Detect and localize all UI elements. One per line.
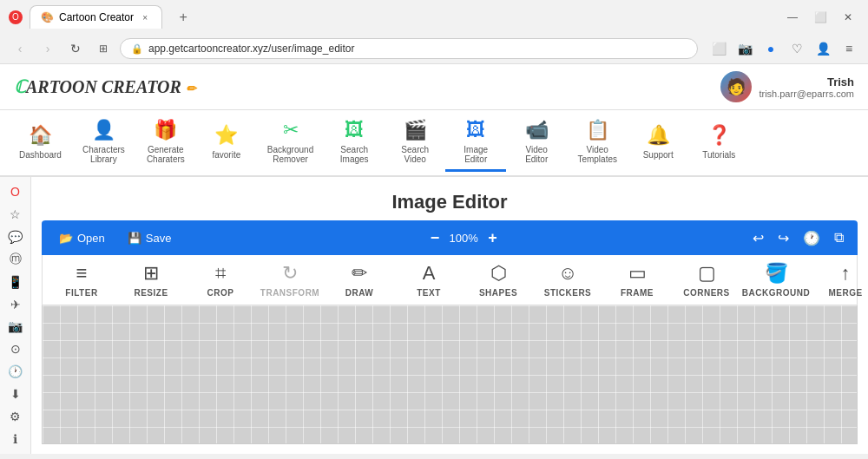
- tool-filter[interactable]: ≡ FILTER: [60, 262, 103, 298]
- nav-item-search-video[interactable]: 🎬 SearchVideo: [385, 114, 445, 172]
- info-icon[interactable]: ℹ: [3, 431, 28, 447]
- save-button[interactable]: 💾 Save: [121, 228, 179, 248]
- nav-item-tutorials[interactable]: ❓ Tutorials: [688, 119, 749, 167]
- settings-icon[interactable]: ⚙: [3, 409, 28, 424]
- history-button[interactable]: 🕐: [799, 226, 824, 250]
- circle-icon[interactable]: ⊙: [3, 341, 28, 357]
- maximize-button[interactable]: ⬜: [809, 6, 832, 29]
- tool-label-draw: DRAW: [345, 288, 374, 298]
- close-window-button[interactable]: ✕: [837, 6, 859, 29]
- tool-merge[interactable]: ↑ MERGE: [824, 262, 867, 298]
- nav-item-characters[interactable]: 👤 CharactersLibrary: [72, 114, 135, 172]
- layers-button[interactable]: ⧉: [831, 226, 847, 249]
- nav-item-support[interactable]: 🔔 Support: [628, 119, 688, 167]
- tool-background[interactable]: 🪣 BACKGROUND: [754, 262, 798, 298]
- user-info: 🧑 Trish trish.parr@eparrs.com: [720, 71, 854, 102]
- download-icon[interactable]: ⬇: [3, 386, 28, 402]
- grid-button[interactable]: ⊞: [92, 37, 115, 60]
- nav-icon-characters: 👤: [92, 119, 115, 141]
- menu-button[interactable]: ≡: [838, 38, 859, 59]
- tool-text[interactable]: A TEXT: [407, 262, 450, 298]
- nav-label-video-templates: VideoTemplates: [577, 145, 617, 164]
- logo-text: CREATOR: [102, 77, 181, 96]
- heart-button[interactable]: ♡: [786, 38, 807, 59]
- nav-label-video-editor: VideoEditor: [525, 145, 548, 164]
- save-icon: 💾: [128, 232, 141, 245]
- tool-stickers[interactable]: ☺ STICKERS: [546, 262, 589, 298]
- editor-tools: ≡ FILTER ⊞ RESIZE ⌗ CROP ↻ TRANSFORM ✏ D…: [42, 255, 858, 305]
- tool-label-frame: FRAME: [621, 288, 654, 298]
- user-text: Trish trish.parr@eparrs.com: [759, 75, 854, 99]
- toolbar-right: ↩ ↪ 🕐 ⧉: [749, 226, 847, 250]
- nav-item-search-images[interactable]: 🖼 SearchImages: [324, 114, 385, 172]
- tool-label-resize: RESIZE: [134, 288, 168, 298]
- open-button[interactable]: 📂 Open: [52, 228, 112, 248]
- nav-label-favorite: favorite: [212, 150, 240, 160]
- tool-label-transform: TRANSFORM: [260, 288, 319, 298]
- nav-item-image-editor[interactable]: 🖼 ImageEditor: [445, 114, 506, 172]
- telegram-icon[interactable]: ✈: [3, 297, 28, 312]
- nav-label-generate: GenerateCharaters: [147, 145, 185, 164]
- extensions-button[interactable]: ⬜: [708, 38, 729, 59]
- history-icon[interactable]: 🕐: [3, 364, 28, 379]
- zoom-out-button[interactable]: −: [431, 229, 440, 247]
- account-button[interactable]: 👤: [812, 38, 833, 59]
- nav-item-favorite[interactable]: ⭐ favorite: [196, 119, 257, 167]
- nav-label-characters: CharactersLibrary: [82, 145, 125, 164]
- tool-label-shapes: SHAPES: [479, 288, 517, 298]
- address-bar[interactable]: 🔒 app.getcartooncreator.xyz/user/image_e…: [120, 38, 698, 59]
- nav-item-video-editor[interactable]: 📹 VideoEditor: [506, 114, 567, 172]
- star-icon[interactable]: ☆: [3, 207, 28, 222]
- instagram-icon[interactable]: 📷: [3, 319, 28, 335]
- tool-shapes[interactable]: ⬡ SHAPES: [477, 262, 520, 298]
- open-label: Open: [77, 232, 105, 245]
- nav-item-dashboard[interactable]: 🏠 Dashboard: [9, 119, 72, 167]
- nav-label-image-editor: ImageEditor: [464, 145, 488, 164]
- avatar: 🧑: [720, 71, 752, 102]
- nav-icon-search-video: 🎬: [404, 119, 427, 141]
- tool-icon-filter: ≡: [76, 262, 88, 285]
- nav-item-video-templates[interactable]: 📋 VideoTemplates: [567, 114, 628, 172]
- zoom-in-button[interactable]: +: [488, 229, 497, 247]
- camera-button[interactable]: 📷: [734, 38, 755, 59]
- logo-pencil-icon: ✏: [186, 82, 196, 95]
- active-tab[interactable]: 🎨 Cartoon Creator ×: [30, 5, 162, 29]
- refresh-button[interactable]: ↻: [64, 37, 87, 60]
- whatsapp-icon[interactable]: 📱: [3, 274, 28, 290]
- new-tab-button[interactable]: +: [173, 7, 194, 28]
- tool-transform: ↻ TRANSFORM: [268, 262, 312, 298]
- minimize-button[interactable]: —: [781, 6, 804, 29]
- tool-resize[interactable]: ⊞ RESIZE: [129, 262, 173, 298]
- redo-button[interactable]: ↪: [774, 226, 792, 250]
- browser-chrome: O 🎨 Cartoon Creator × + — ⬜ ✕ ‹ › ↻ ⊞ 🔒 …: [0, 0, 868, 64]
- nav-label-tutorials: Tutorials: [702, 150, 735, 160]
- nav-icon-favorite: ⭐: [214, 124, 238, 147]
- tool-corners[interactable]: ▢ CORNERS: [685, 262, 728, 298]
- tool-crop[interactable]: ⌗ CROP: [199, 262, 242, 298]
- zoom-controls: − 100% +: [431, 229, 497, 247]
- tool-icon-shapes: ⬡: [490, 262, 507, 285]
- nav-label-support: Support: [643, 150, 674, 160]
- nav-icon-image-editor: 🖼: [466, 119, 485, 141]
- tool-icon-merge: ↑: [841, 262, 851, 285]
- zoom-level: 100%: [446, 232, 481, 245]
- undo-button[interactable]: ↩: [749, 226, 767, 250]
- url-text: app.getcartooncreator.xyz/user/image_edi…: [148, 43, 354, 55]
- tool-label-stickers: STICKERS: [544, 288, 592, 298]
- tool-label-merge: MERGE: [828, 288, 862, 298]
- forward-button[interactable]: ›: [36, 37, 59, 60]
- chat-icon[interactable]: 💬: [3, 229, 28, 245]
- nav-label-search-video: SearchVideo: [401, 145, 429, 164]
- app-body: O☆💬ⓜ📱✈📷⊙🕐⬇⚙ℹ Image Editor 📂 Open 💾 Save: [0, 177, 868, 454]
- tool-draw[interactable]: ✏ DRAW: [338, 262, 381, 298]
- tool-icon-resize: ⊞: [143, 262, 159, 285]
- tab-close-button[interactable]: ×: [139, 11, 151, 23]
- nav-item-background[interactable]: ✂ BackgroundRemover: [257, 114, 324, 172]
- opera-icon[interactable]: O: [3, 184, 28, 200]
- profile-button[interactable]: ●: [760, 38, 781, 59]
- back-button[interactable]: ‹: [9, 37, 31, 60]
- nav-item-generate[interactable]: 🎁 GenerateCharaters: [135, 114, 196, 172]
- messenger-icon[interactable]: ⓜ: [3, 252, 28, 267]
- tool-frame[interactable]: ▭ FRAME: [615, 262, 659, 298]
- tool-label-filter: FILTER: [65, 288, 97, 298]
